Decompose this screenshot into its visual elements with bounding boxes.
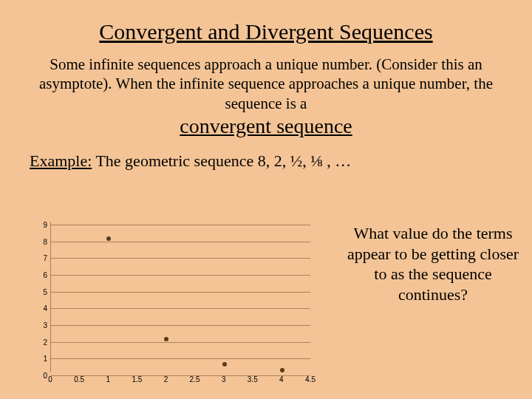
x-tick-label: 4.5 — [305, 375, 316, 390]
y-tick-label: 4 — [31, 304, 47, 313]
y-tick-label: 1 — [31, 355, 47, 363]
y-tick-label: 7 — [31, 254, 47, 262]
data-point — [280, 368, 284, 372]
example-line: Example: The geometric sequence 8, 2, ½,… — [0, 138, 532, 171]
example-label: Example: — [30, 151, 92, 170]
intro-paragraph: Some infinite sequences approach a uniqu… — [0, 55, 532, 113]
example-text: The geometric sequence 8, 2, ½, ⅛ , … — [92, 151, 351, 170]
y-tick-label: 9 — [31, 221, 47, 229]
x-tick-label: 4 — [279, 375, 284, 390]
gridline — [51, 342, 310, 343]
x-tick-label: 1 — [106, 375, 110, 390]
gridline — [51, 258, 310, 259]
gridline — [51, 242, 310, 242]
x-tick-label: 1.5 — [132, 375, 142, 390]
x-tick-label: 0.5 — [74, 375, 84, 390]
gridline — [51, 325, 310, 326]
gridline — [51, 358, 310, 359]
gridline — [51, 308, 310, 309]
sequence-chart: 0123456789 00.511.522.533.544.5 — [31, 219, 319, 390]
defined-term: convergent sequence — [0, 115, 532, 138]
x-tick-label: 0 — [48, 375, 52, 390]
x-tick-label: 2 — [164, 375, 168, 390]
y-tick-label: 8 — [31, 237, 47, 245]
gridline — [51, 275, 310, 276]
question-text: What value do the terms appear to be get… — [346, 223, 520, 304]
data-point — [222, 362, 227, 366]
data-point — [164, 337, 168, 341]
y-tick-label: 0 — [31, 372, 47, 380]
x-tick-label: 3.5 — [248, 375, 258, 390]
x-tick-label: 3 — [222, 375, 226, 390]
gridline — [51, 292, 310, 293]
gridline — [51, 225, 310, 225]
x-tick-label: 2.5 — [190, 375, 200, 390]
gridline — [51, 375, 310, 376]
page-title: Convergent and Divergent Sequences — [0, 0, 532, 55]
data-point — [106, 236, 111, 241]
y-tick-label: 6 — [31, 271, 47, 279]
y-tick-label: 5 — [31, 287, 47, 296]
y-tick-label: 3 — [31, 321, 47, 330]
plot-area — [50, 222, 310, 372]
y-tick-label: 2 — [31, 338, 47, 346]
